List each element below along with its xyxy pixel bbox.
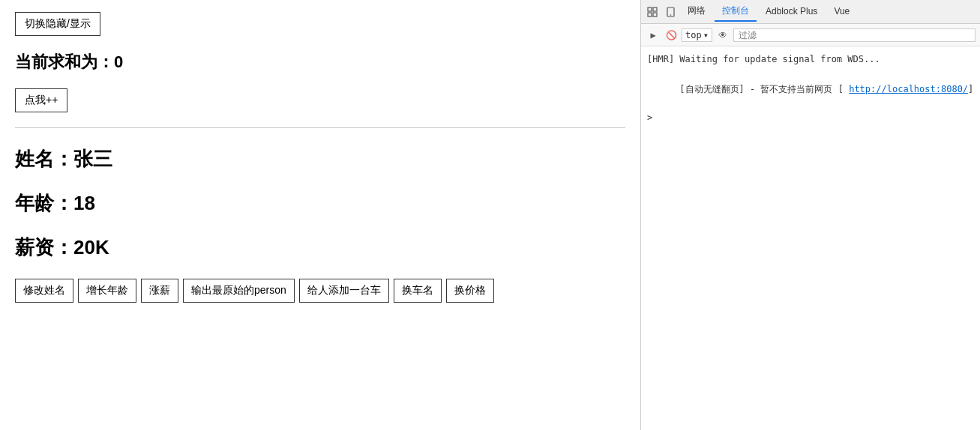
context-select[interactable]: top ▾ xyxy=(682,28,712,42)
divider xyxy=(15,127,625,128)
name-field: 姓名：张三 xyxy=(15,146,625,172)
eye-icon[interactable]: 👁 xyxy=(715,28,730,43)
sum-label: 当前求和为： xyxy=(15,52,114,71)
svg-rect-2 xyxy=(648,13,652,16)
change-car-name-button[interactable]: 换车名 xyxy=(394,279,442,303)
change-price-button[interactable]: 换价格 xyxy=(446,279,494,303)
svg-rect-3 xyxy=(653,13,657,16)
play-icon[interactable]: ▶ xyxy=(646,28,661,43)
age-field: 年龄：18 xyxy=(15,190,625,216)
add-car-button[interactable]: 给人添加一台车 xyxy=(299,279,389,303)
name-value: 张三 xyxy=(73,148,112,170)
age-label: 年龄： xyxy=(15,192,73,214)
salary-value: 20K xyxy=(73,236,109,258)
tab-vue[interactable]: Vue xyxy=(826,3,857,21)
console-line: [HMR] Waiting for update signal from WDS… xyxy=(647,51,974,67)
console-link[interactable]: http://localhost:8080/ xyxy=(849,84,968,94)
context-select-label: top xyxy=(685,30,702,40)
increase-salary-button[interactable]: 涨薪 xyxy=(141,279,178,303)
sum-value: 0 xyxy=(114,52,123,71)
modify-name-button[interactable]: 修改姓名 xyxy=(15,279,73,303)
filter-input[interactable] xyxy=(733,28,976,42)
toggle-button[interactable]: 切换隐藏/显示 xyxy=(15,12,100,36)
name-label: 姓名： xyxy=(15,148,73,170)
svg-rect-0 xyxy=(648,7,652,11)
tab-network[interactable]: 网络 xyxy=(680,1,713,22)
console-line: [自动无缝翻页] - 暂不支持当前网页 [ http://localhost:8… xyxy=(647,67,974,111)
action-buttons: 修改姓名增长年龄涨薪输出最原始的person给人添加一台车换车名换价格 xyxy=(15,279,625,303)
chevron-down-icon: ▾ xyxy=(703,30,709,40)
block-icon[interactable]: 🚫 xyxy=(664,28,679,43)
age-value: 18 xyxy=(73,192,95,214)
svg-point-5 xyxy=(670,14,671,16)
tab-console[interactable]: 控制台 xyxy=(715,1,757,22)
devtools-toolbar: ▶ 🚫 top ▾ 👁 xyxy=(641,24,980,46)
devtools-panel: 网络 控制台 Adblock Plus Vue ▶ 🚫 top ▾ 👁 [HMR… xyxy=(641,0,980,430)
console-prompt[interactable] xyxy=(647,111,974,124)
inspect-icon[interactable] xyxy=(644,4,661,20)
salary-label: 薪资： xyxy=(15,236,73,258)
output-person-button[interactable]: 输出最原始的person xyxy=(183,279,295,303)
salary-field: 薪资：20K xyxy=(15,234,625,261)
devtools-console: [HMR] Waiting for update signal from WDS… xyxy=(641,46,980,430)
devtools-tabs: 网络 控制台 Adblock Plus Vue xyxy=(641,0,980,24)
increase-age-button[interactable]: 增长年龄 xyxy=(78,279,136,303)
console-text: [自动无缝翻页] - 暂不支持当前网页 [ xyxy=(679,84,849,94)
svg-rect-1 xyxy=(653,7,657,11)
tab-adblock[interactable]: Adblock Plus xyxy=(758,3,825,21)
app-panel: 切换隐藏/显示 当前求和为：0 点我++ 姓名：张三 年龄：18 薪资：20K … xyxy=(0,0,641,430)
sum-display: 当前求和为：0 xyxy=(15,51,625,73)
mobile-icon[interactable] xyxy=(662,4,679,20)
click-button[interactable]: 点我++ xyxy=(15,88,67,112)
